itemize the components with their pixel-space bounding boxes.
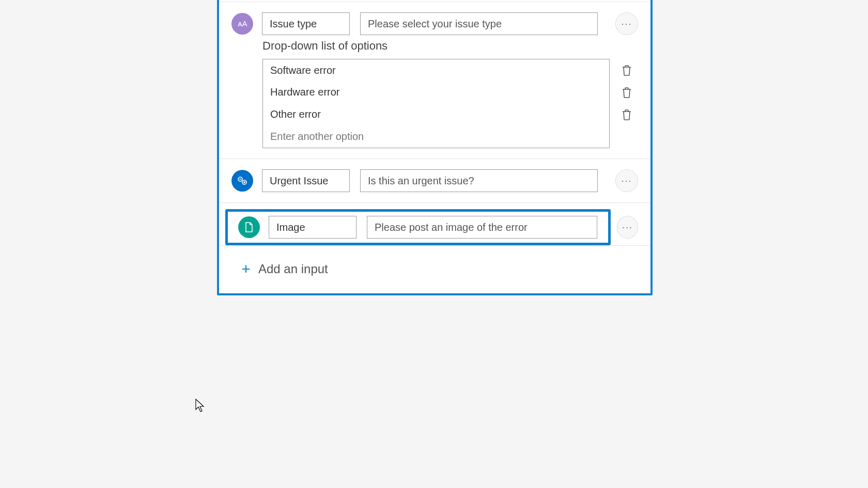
file-icon [238,216,260,238]
add-input-button[interactable]: + Add an input [219,246,650,288]
delete-option-icon[interactable] [621,108,632,121]
input-row-image [232,216,604,239]
option-row-new [262,125,638,148]
input-name-type[interactable] [262,12,350,35]
trigger-card: ··· 21 ··· ᴀA ··· Drop-down list of opti… [217,0,653,295]
dropdown-title: Drop-down list of options [262,39,638,53]
option-row [262,103,638,126]
yesno-icon [231,170,253,192]
delete-option-icon[interactable] [621,64,632,76]
text-icon: ᴀA [231,13,253,35]
input-name-image[interactable] [269,216,357,239]
option-input-2[interactable] [262,103,610,126]
input-row-image-highlighted: ··· [219,203,650,246]
more-button[interactable]: ··· [615,12,638,35]
input-desc-urgent[interactable] [360,169,598,192]
option-row [262,59,638,82]
option-input-0[interactable] [262,59,610,82]
input-name-urgent[interactable] [262,169,350,192]
option-input-1[interactable] [262,81,610,104]
dropdown-options-section: Drop-down list of options [219,39,650,159]
more-button[interactable]: ··· [615,169,638,192]
option-input-new[interactable] [262,125,610,148]
mouse-cursor [195,399,205,412]
input-row-urgent: ··· [219,159,650,203]
highlight-box [225,209,611,245]
input-desc-image[interactable] [367,216,597,239]
input-desc-type[interactable] [360,12,598,35]
delete-option-icon[interactable] [621,86,632,99]
option-row [262,81,638,104]
more-button[interactable]: ··· [617,216,638,239]
add-input-label: Add an input [258,262,328,276]
input-row-type: ᴀA ··· [219,2,650,39]
plus-icon: + [238,260,254,278]
